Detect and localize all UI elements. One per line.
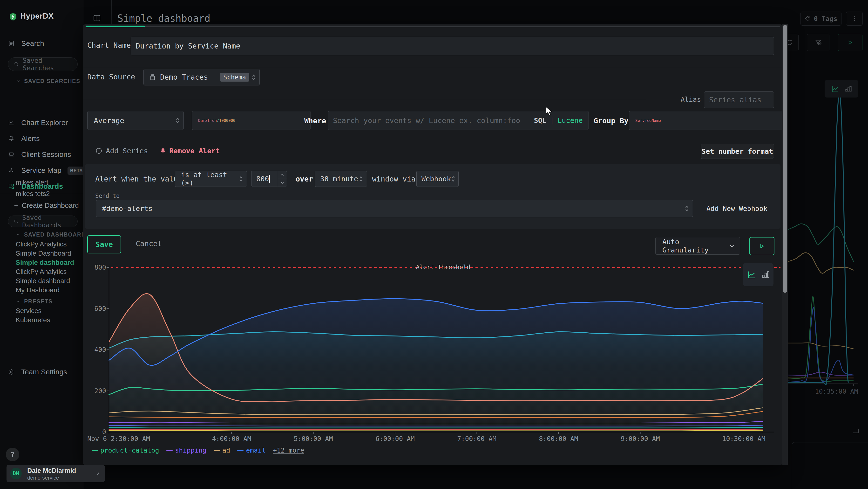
saved-dashboard-item[interactable]: My Dashboard	[16, 286, 60, 294]
expression-field[interactable]: Duration/1000000	[192, 111, 311, 130]
cancel-button[interactable]: Cancel	[131, 239, 166, 248]
run-chart-button[interactable]	[749, 237, 774, 255]
legend-item[interactable]: ad	[214, 447, 230, 454]
help-label: ?	[10, 450, 15, 459]
service-map-icon	[8, 167, 15, 174]
chevron-down-icon[interactable]	[16, 232, 21, 237]
tags-button[interactable]: 0 Tags	[801, 11, 841, 26]
number-spinner[interactable]	[278, 171, 287, 186]
select-chevrons-icon	[175, 117, 180, 124]
group-by-field[interactable]: ServiceName	[629, 111, 786, 130]
chevron-down-icon[interactable]	[16, 79, 21, 83]
saved-dashboard-item[interactable]: Simple Dashboard	[16, 250, 71, 257]
saved-dashboard-item[interactable]: ClickPy Analytics	[16, 268, 67, 276]
granularity-select[interactable]: Auto Granularity	[655, 237, 740, 255]
saved-dashboards-input[interactable]: Saved Dashboards	[8, 215, 78, 227]
avatar: DM	[10, 468, 22, 479]
create-dashboard-label: Create Dashboard	[22, 202, 79, 209]
alert-threshold-field[interactable]: 800	[251, 171, 287, 187]
preset-item[interactable]: Services	[16, 307, 41, 315]
legend-label: product-catalog	[100, 447, 159, 454]
plus-icon	[13, 203, 19, 208]
legend-item[interactable]: product-catalog	[92, 447, 159, 454]
sidebar-item-service-map[interactable]: Service MapBETA	[0, 165, 83, 176]
modal-scrollbar[interactable]	[782, 24, 788, 465]
saved-dashboard-item[interactable]: Simple dashboard	[16, 277, 70, 285]
legend-swatch	[92, 450, 98, 451]
expression-operator: /	[217, 118, 219, 123]
series-alias-field[interactable]	[704, 91, 774, 108]
add-series-label: Add Series	[106, 147, 148, 155]
kebab-menu-button[interactable]	[846, 11, 863, 26]
send-to-select[interactable]: #demo-alerts	[96, 200, 693, 217]
save-button[interactable]: Save	[87, 235, 121, 253]
brand-name[interactable]: HyperDX	[20, 11, 54, 21]
remove-alert-button[interactable]: Remove Alert	[160, 147, 220, 155]
chart-name-input[interactable]	[131, 42, 774, 50]
select-chevrons-icon	[251, 74, 256, 81]
alert-prefix: Alert when the value	[95, 175, 182, 183]
chevron-down-icon[interactable]	[16, 299, 21, 304]
save-label: Save	[95, 240, 113, 249]
legend-item[interactable]: shipping	[166, 447, 207, 454]
x-axis-tick-label: 4:00:00 AM	[205, 435, 258, 442]
sidebar-item-team-settings[interactable]: Team Settings	[0, 367, 83, 377]
run-query-button-bg[interactable]	[838, 34, 863, 51]
sidebar-item-chart-explorer[interactable]: Chart Explorer	[0, 117, 83, 128]
set-number-format-button[interactable]: Set number format	[701, 144, 774, 159]
series-alias-input[interactable]	[704, 95, 774, 104]
add-series-button[interactable]: Add Series	[95, 147, 148, 155]
sidebar-item-label: Alerts	[21, 135, 40, 143]
saved-dashboard-item[interactable]: Simple dashboard	[16, 259, 74, 266]
send-to-label: Send to	[95, 193, 120, 199]
alert-channel-select[interactable]: Webhook	[416, 171, 459, 187]
legend-item[interactable]: +12 more	[273, 447, 304, 454]
chevron-right-icon	[95, 470, 101, 476]
alert-window-select[interactable]: 30 minute	[315, 171, 367, 187]
database-icon	[149, 74, 156, 81]
saved-searches-input[interactable]: Saved Searches	[8, 57, 78, 71]
legend-swatch	[237, 450, 244, 451]
hyperdx-logo-icon[interactable]	[9, 12, 18, 21]
filter-button[interactable]	[807, 34, 830, 51]
sql-mode-toggle[interactable]: SQL	[534, 116, 546, 124]
saved-dashboards-header[interactable]: SAVED DASHBOARDS	[24, 231, 90, 238]
saved-dashboard-item[interactable]: ClickPy Analytics	[16, 240, 67, 248]
alert-condition-select[interactable]: is at least (≥)	[175, 171, 247, 187]
spinner-down-icon[interactable]	[278, 179, 287, 186]
presets-header[interactable]: PRESETS	[24, 298, 53, 305]
legend-more-link[interactable]: +12 more	[273, 447, 304, 454]
lucene-mode-toggle[interactable]: Lucene	[557, 116, 583, 124]
gear-icon	[8, 369, 15, 375]
bg-chart-time-label: 10:35:00 AM	[815, 387, 858, 395]
aggregation-select[interactable]: Average	[87, 111, 184, 130]
window-via-label: window via	[372, 175, 416, 183]
legend-item[interactable]: email	[237, 447, 266, 454]
preset-item[interactable]: Kubernetes	[16, 316, 50, 324]
scrollbar-thumb[interactable]	[783, 25, 787, 293]
spinner-up-icon[interactable]	[278, 171, 287, 179]
create-dashboard-button[interactable]: Create Dashboard	[0, 200, 83, 211]
panel-resize-handle[interactable]	[853, 429, 859, 433]
chart-type-toggle[interactable]	[743, 263, 774, 286]
where-label: Where	[304, 117, 326, 125]
saved-searches-header[interactable]: SAVED SEARCHES	[24, 78, 80, 84]
user-card[interactable]: DM Dale McDiarmid demo-service -	[6, 465, 105, 482]
bg-chart-type-toggle[interactable]	[825, 80, 858, 97]
x-axis-tick-label: 9:00:00 AM	[614, 435, 667, 442]
chart-name-field[interactable]	[131, 37, 774, 55]
data-source-label: Data Source	[87, 73, 135, 81]
sidebar-item-client-sessions[interactable]: Client Sessions	[0, 149, 83, 160]
data-source-select[interactable]: Demo Traces Schema	[144, 69, 260, 85]
sidebar-collapse-button[interactable]	[93, 14, 101, 22]
sidebar: HyperDX Search Saved Searches SAVED SEAR…	[0, 0, 84, 489]
sidebar-item-search[interactable]: Search	[0, 38, 83, 49]
chart-name-label: Chart Name	[87, 41, 131, 50]
next-panel-corner	[792, 442, 868, 489]
laptop-icon	[8, 151, 15, 158]
help-button[interactable]: ?	[6, 448, 19, 461]
sidebar-item-alerts[interactable]: Alerts	[0, 133, 83, 144]
add-new-webhook-button[interactable]: Add New Webhook	[707, 205, 768, 213]
sidebar-item-dashboards[interactable]: Dashboards	[0, 181, 83, 192]
group-by-value: ServiceName	[635, 118, 661, 123]
